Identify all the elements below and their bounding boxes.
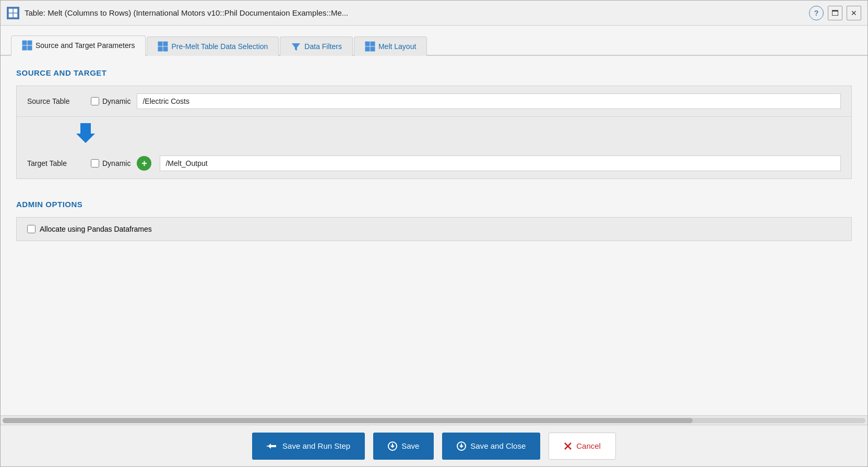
tab-source-target[interactable]: Source and Target Parameters <box>11 35 146 56</box>
svg-rect-8 <box>158 42 162 46</box>
allocate-checkbox[interactable] <box>27 225 35 233</box>
main-window: Table: Melt (Columns to Rows) (Internati… <box>0 0 868 467</box>
admin-options-box: Allocate using Pandas Dataframes <box>16 217 852 241</box>
target-dynamic-wrap: Dynamic <box>91 159 130 167</box>
source-table-input[interactable]: /Electric Costs <box>137 93 841 109</box>
save-run-icon <box>267 441 278 451</box>
content-area: SOURCE AND TARGET Source Table Dynamic /… <box>1 56 867 415</box>
svg-rect-2 <box>9 14 13 17</box>
svg-rect-17 <box>267 446 268 447</box>
save-icon <box>388 441 397 451</box>
source-table-label: Source Table <box>27 97 85 105</box>
admin-options-title: ADMIN OPTIONS <box>16 200 852 209</box>
save-and-run-button[interactable]: Save and Run Step <box>252 433 365 460</box>
allocate-row: Allocate using Pandas Dataframes <box>27 225 841 233</box>
minimize-button[interactable]: 🗖 <box>828 6 842 20</box>
scrollbar-thumb[interactable] <box>3 418 693 423</box>
target-dynamic-checkbox[interactable] <box>91 159 99 167</box>
target-table-row: Target Table Dynamic + /Melt_Output <box>17 148 851 178</box>
cancel-icon <box>564 442 572 450</box>
save-and-run-label: Save and Run Step <box>282 441 350 450</box>
tab-data-filters-label: Data Filters <box>304 42 342 51</box>
svg-rect-0 <box>9 9 13 13</box>
svg-rect-3 <box>14 14 17 17</box>
title-bar-controls: ? 🗖 ✕ <box>809 6 861 20</box>
source-target-tab-icon <box>22 40 32 51</box>
svg-rect-14 <box>365 47 370 51</box>
cancel-button[interactable]: Cancel <box>549 433 616 460</box>
window-icon <box>7 7 19 19</box>
svg-rect-13 <box>371 42 375 46</box>
arrow-row <box>17 117 851 148</box>
window-title: Table: Melt (Columns to Rows) (Internati… <box>25 8 348 17</box>
close-button[interactable]: ✕ <box>847 6 861 20</box>
footer: Save and Run Step Save Save and Close Ca… <box>1 425 867 466</box>
down-arrow <box>74 121 97 144</box>
save-and-close-label: Save and Close <box>470 441 526 450</box>
title-bar-left: Table: Melt (Columns to Rows) (Internati… <box>7 7 348 19</box>
target-table-label: Target Table <box>27 159 85 167</box>
tab-pre-melt-label: Pre-Melt Table Data Selection <box>171 42 268 51</box>
source-target-section: SOURCE AND TARGET Source Table Dynamic /… <box>1 56 867 187</box>
svg-rect-1 <box>14 9 17 13</box>
scrollbar-track[interactable] <box>3 418 865 423</box>
svg-rect-15 <box>371 47 375 51</box>
source-target-box: Source Table Dynamic /Electric Costs <box>16 86 852 179</box>
svg-rect-10 <box>158 47 162 51</box>
down-arrow-svg <box>74 121 97 144</box>
source-target-title: SOURCE AND TARGET <box>16 68 852 77</box>
horizontal-scrollbar[interactable] <box>1 415 867 425</box>
add-target-button[interactable]: + <box>137 156 151 171</box>
save-button[interactable]: Save <box>373 433 434 460</box>
svg-marker-16 <box>76 123 95 143</box>
tab-melt-layout-label: Melt Layout <box>378 42 416 51</box>
cancel-label: Cancel <box>576 441 601 450</box>
save-label: Save <box>401 441 419 450</box>
source-table-row: Source Table Dynamic /Electric Costs <box>17 86 851 117</box>
save-and-close-button[interactable]: Save and Close <box>442 433 540 460</box>
allocate-label: Allocate using Pandas Dataframes <box>40 225 152 233</box>
svg-rect-9 <box>163 42 168 46</box>
source-dynamic-wrap: Dynamic <box>91 97 130 105</box>
source-dynamic-label: Dynamic <box>102 97 130 105</box>
target-dynamic-label: Dynamic <box>102 159 130 167</box>
data-filters-tab-icon <box>291 41 301 52</box>
svg-rect-5 <box>28 41 32 45</box>
tab-data-filters[interactable]: Data Filters <box>280 37 353 56</box>
svg-rect-7 <box>28 46 32 50</box>
help-button[interactable]: ? <box>809 6 824 20</box>
target-table-input[interactable]: /Melt_Output <box>160 155 841 171</box>
source-dynamic-checkbox[interactable] <box>91 97 99 105</box>
tabs-bar: Source and Target Parameters Pre-Melt Ta… <box>1 26 867 56</box>
svg-rect-11 <box>163 47 168 51</box>
admin-options-section: ADMIN OPTIONS Allocate using Pandas Data… <box>1 187 867 249</box>
save-close-icon <box>457 441 466 451</box>
pre-melt-tab-icon <box>158 41 168 52</box>
melt-layout-tab-icon <box>365 41 375 52</box>
tab-source-target-label: Source and Target Parameters <box>35 41 135 50</box>
svg-rect-12 <box>365 42 370 46</box>
title-bar: Table: Melt (Columns to Rows) (Internati… <box>1 1 867 26</box>
tab-melt-layout[interactable]: Melt Layout <box>354 37 427 56</box>
svg-rect-4 <box>22 41 27 45</box>
svg-rect-6 <box>22 46 27 50</box>
tab-pre-melt[interactable]: Pre-Melt Table Data Selection <box>147 37 279 56</box>
